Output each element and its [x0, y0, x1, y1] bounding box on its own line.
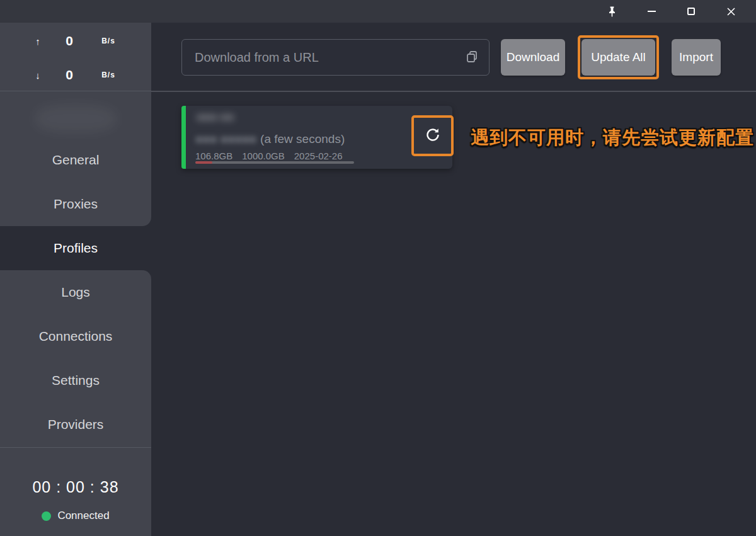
profile-card[interactable]: ■■■ ■■ ●●● ●●●●● (a few seconds) 106.8GB…	[181, 106, 452, 169]
connection-status: Connected	[0, 510, 151, 522]
connection-status-label: Connected	[57, 510, 109, 522]
sidebar-divider	[0, 91, 151, 91]
connected-dot-icon	[42, 511, 51, 521]
profile-used-traffic: 106.8GB	[195, 151, 232, 161]
update-all-button[interactable]: Update All	[581, 39, 655, 76]
sidebar-item-logs[interactable]: Logs	[0, 270, 151, 314]
upload-speed-unit: B/s	[94, 37, 122, 45]
tutorial-annotation-text: 遇到不可用时，请先尝试更新配置	[471, 125, 754, 151]
upload-speed-row: ↑ 0 B/s	[0, 31, 151, 50]
download-speed-row: ↓ 0 B/s	[0, 66, 151, 84]
profile-subtitle: ●●● ●●●●● (a few seconds)	[195, 132, 345, 147]
redacted-smudge	[35, 105, 117, 133]
profile-stats: 106.8GB 1000.0GB 2025-02-26	[195, 151, 343, 161]
sidebar-item-profiles[interactable]: Profiles	[0, 226, 151, 270]
download-arrow-icon: ↓	[32, 70, 44, 81]
close-button[interactable]	[716, 0, 745, 23]
upload-speed-value: 0	[44, 33, 94, 48]
uptime-timer: 00 : 00 : 38	[0, 478, 151, 496]
copy-icon	[465, 50, 479, 66]
sidebar-upper-panel: ↑ 0 B/s ↓ 0 B/s General Proxies	[0, 23, 151, 226]
minimize-button[interactable]	[637, 0, 666, 23]
download-speed-unit: B/s	[94, 71, 122, 79]
sidebar-item-proxies[interactable]: Proxies	[0, 182, 151, 226]
profile-refresh-button[interactable]	[416, 120, 449, 151]
profile-progress-track	[195, 161, 354, 164]
sidebar-divider	[0, 447, 151, 448]
sidebar: ↑ 0 B/s ↓ 0 B/s General Proxies Profiles…	[0, 23, 151, 536]
download-speed-value: 0	[44, 67, 94, 83]
pin-icon	[607, 6, 617, 17]
close-icon	[727, 8, 735, 16]
profile-expire-date: 2025-02-26	[294, 151, 343, 161]
sidebar-item-settings[interactable]: Settings	[0, 358, 151, 402]
sidebar-item-general[interactable]: General	[0, 138, 151, 182]
main-content: Download Update All Import ■■■ ■■ ●●● ●●…	[151, 23, 756, 536]
profile-name-redacted: ●●● ●●●●●	[195, 132, 256, 146]
maximize-button[interactable]	[677, 0, 706, 23]
titlebar	[0, 0, 756, 23]
profile-progress-fill	[195, 161, 212, 164]
profile-title-redacted: ■■■ ■■	[197, 111, 234, 124]
profile-active-indicator	[181, 106, 186, 169]
paste-url-button[interactable]	[462, 48, 481, 67]
refresh-icon	[425, 127, 441, 145]
minimize-icon	[648, 11, 656, 12]
maximize-icon	[687, 8, 695, 15]
upload-arrow-icon: ↑	[32, 36, 44, 47]
content-divider	[151, 91, 756, 92]
profile-total-traffic: 1000.0GB	[242, 151, 285, 161]
pin-button[interactable]	[597, 0, 626, 23]
sidebar-item-providers[interactable]: Providers	[0, 402, 151, 447]
import-button[interactable]: Import	[672, 39, 721, 76]
download-button[interactable]: Download	[501, 39, 565, 76]
profile-updated-text: (a few seconds)	[260, 132, 345, 146]
sidebar-lower-panel: Logs Connections Settings Providers 00 :…	[0, 270, 151, 536]
sidebar-item-connections[interactable]: Connections	[0, 314, 151, 358]
url-input[interactable]	[181, 39, 490, 76]
